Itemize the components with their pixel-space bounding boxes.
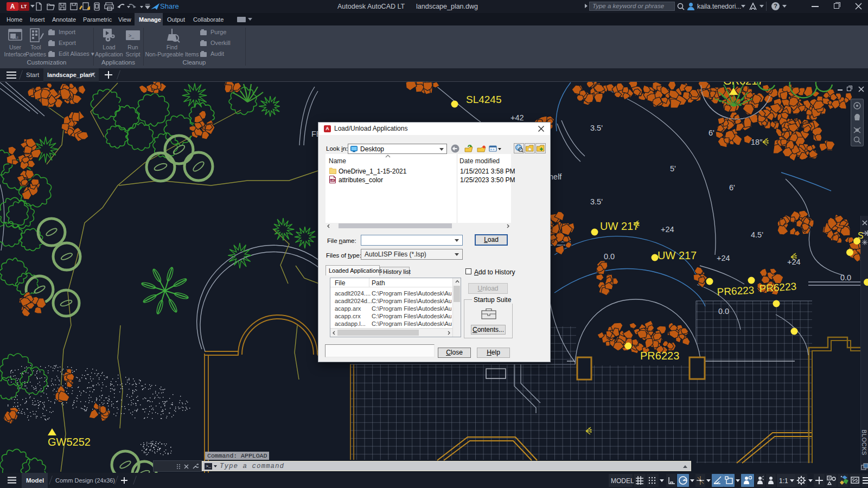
svg-text:PR6223: PR6223	[717, 284, 755, 298]
svg-text:UW 217: UW 217	[600, 220, 639, 232]
svg-text:LSP: LSP	[330, 179, 335, 182]
svg-text:helf: helf	[549, 172, 562, 181]
svg-text:3.5': 3.5'	[590, 124, 603, 132]
svg-text:5': 5'	[670, 164, 676, 173]
svg-text:PR6223: PR6223	[640, 350, 679, 362]
svg-text:+24: +24	[717, 254, 730, 262]
svg-text:SL4245: SL4245	[466, 94, 502, 105]
svg-text:3.5': 3.5'	[590, 197, 603, 206]
svg-text:GR6217: GR6217	[723, 82, 764, 87]
svg-text:GW5252: GW5252	[48, 436, 91, 448]
svg-text:6': 6'	[709, 129, 714, 137]
svg-text:UW 217: UW 217	[658, 249, 697, 261]
svg-text:+24: +24	[661, 225, 674, 234]
svg-text:0.0: 0.0	[840, 273, 851, 282]
svg-text:18″: 18″	[751, 138, 762, 146]
svg-text:+24: +24	[787, 258, 801, 266]
svg-text:6': 6'	[729, 183, 735, 192]
svg-text:0.0: 0.0	[604, 252, 615, 261]
svg-text:0.0: 0.0	[718, 307, 729, 316]
svg-text:>_: >_	[129, 33, 135, 38]
svg-text:CUI: CUI	[12, 36, 18, 40]
svg-text:4.5': 4.5'	[751, 230, 763, 239]
svg-text:PR6223: PR6223	[759, 280, 797, 294]
svg-text:+42: +42	[510, 113, 524, 122]
